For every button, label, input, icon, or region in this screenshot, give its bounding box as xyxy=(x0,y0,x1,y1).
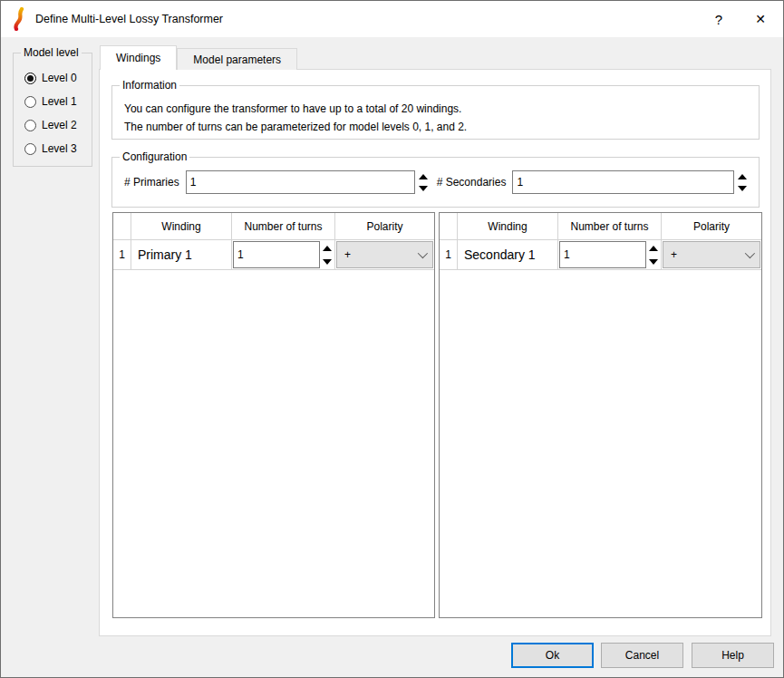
model-level-groupbox: Model level Level 0 Level 1 Level 2 Leve… xyxy=(13,53,92,167)
spin-up-icon[interactable] xyxy=(416,170,431,182)
primaries-spin-arrows xyxy=(416,170,431,194)
table-header-row: Winding Number of turns Polarity xyxy=(440,213,761,240)
table-row: 1 Primary 1 + xyxy=(113,240,434,270)
primaries-spinbox xyxy=(186,170,431,194)
polarity-dropdown[interactable]: + xyxy=(663,241,760,268)
chevron-down-icon xyxy=(745,248,755,258)
row-number: 1 xyxy=(440,240,458,269)
polarity-value: + xyxy=(344,248,418,261)
radio-level-3[interactable]: Level 3 xyxy=(14,137,92,160)
turns-input[interactable] xyxy=(233,241,320,268)
spin-up-icon[interactable] xyxy=(321,241,334,255)
configuration-groupbox: Configuration # Primaries # Secondaries xyxy=(111,157,760,208)
radio-button-icon[interactable] xyxy=(24,96,36,108)
turns-input[interactable] xyxy=(559,241,646,268)
row-number: 1 xyxy=(113,240,131,269)
winding-header: Winding xyxy=(458,213,558,239)
cancel-button[interactable]: Cancel xyxy=(601,643,683,668)
chevron-down-icon xyxy=(418,248,428,258)
app-logo-icon xyxy=(14,7,26,31)
information-text: You can configure the transformer to hav… xyxy=(112,86,759,136)
window-title: Define Multi-Level Lossy Transformer xyxy=(35,13,223,25)
spin-down-icon[interactable] xyxy=(647,255,660,268)
turns-spinbox xyxy=(233,241,334,268)
radio-level-1[interactable]: Level 1 xyxy=(14,90,92,113)
turns-spin-arrows xyxy=(321,241,334,268)
secondaries-spin-arrows xyxy=(735,170,750,194)
winding-header: Winding xyxy=(131,213,232,239)
help-icon[interactable]: ? xyxy=(698,1,740,37)
winding-name-cell[interactable]: Primary 1 xyxy=(131,240,232,269)
primaries-input[interactable] xyxy=(186,170,415,194)
polarity-header: Polarity xyxy=(662,213,761,239)
spin-down-icon[interactable] xyxy=(321,255,334,268)
polarity-dropdown[interactable]: + xyxy=(336,241,433,268)
secondaries-label: # Secondaries xyxy=(437,176,507,189)
polarity-cell: + xyxy=(335,240,434,269)
radio-level-3-label: Level 3 xyxy=(42,142,77,155)
secondary-windings-table: Winding Number of turns Polarity 1 Secon… xyxy=(439,212,762,618)
turns-spinbox xyxy=(559,241,660,268)
configuration-label: Configuration xyxy=(120,150,189,163)
model-level-label: Model level xyxy=(21,46,82,59)
radio-level-0-label: Level 0 xyxy=(42,72,77,84)
primaries-label: # Primaries xyxy=(124,176,179,189)
turns-spin-arrows xyxy=(647,241,660,268)
turns-header: Number of turns xyxy=(558,213,662,239)
information-line-1: You can configure the transformer to hav… xyxy=(124,100,759,118)
tab-bar: Windings Model parameters xyxy=(100,45,297,70)
spin-up-icon[interactable] xyxy=(735,170,750,182)
dialog-define-multi-level-lossy-transformer: Define Multi-Level Lossy Transformer ? ✕… xyxy=(0,0,784,678)
secondaries-input[interactable] xyxy=(512,170,734,194)
radio-level-2-label: Level 2 xyxy=(42,119,77,131)
table-empty-area xyxy=(113,270,434,617)
help-button[interactable]: Help xyxy=(692,643,774,668)
secondaries-spinbox xyxy=(512,170,750,194)
information-groupbox: Information You can configure the transf… xyxy=(111,85,760,140)
information-line-2: The number of turns can be parameterized… xyxy=(124,118,759,136)
spin-down-icon[interactable] xyxy=(416,182,431,194)
spin-up-icon[interactable] xyxy=(647,241,660,255)
radio-level-0[interactable]: Level 0 xyxy=(14,66,92,90)
tab-model-parameters[interactable]: Model parameters xyxy=(177,48,297,70)
turns-cell xyxy=(558,240,662,269)
radio-level-1-label: Level 1 xyxy=(42,95,77,108)
table-empty-area xyxy=(440,270,761,617)
corner-header-cell xyxy=(440,213,458,239)
corner-header-cell xyxy=(113,213,131,239)
spin-down-icon[interactable] xyxy=(735,182,750,194)
primary-windings-table: Winding Number of turns Polarity 1 Prima… xyxy=(112,212,435,618)
model-level-options: Level 0 Level 1 Level 2 Level 3 xyxy=(14,53,92,160)
radio-button-icon[interactable] xyxy=(24,73,36,84)
radio-level-2[interactable]: Level 2 xyxy=(14,113,92,137)
table-row: 1 Secondary 1 + xyxy=(440,240,761,270)
ok-button[interactable]: Ok xyxy=(511,643,594,668)
table-header-row: Winding Number of turns Polarity xyxy=(113,213,434,240)
configuration-row: # Primaries # Secondaries xyxy=(112,158,759,194)
polarity-header: Polarity xyxy=(335,213,434,239)
title-bar: Define Multi-Level Lossy Transformer ? ✕ xyxy=(1,1,783,37)
windings-tab-pane: Information You can configure the transf… xyxy=(99,69,771,636)
radio-button-icon[interactable] xyxy=(24,143,36,155)
turns-cell xyxy=(232,240,335,269)
close-icon[interactable]: ✕ xyxy=(740,1,781,37)
tab-windings[interactable]: Windings xyxy=(100,45,177,70)
polarity-cell: + xyxy=(662,240,761,269)
information-label: Information xyxy=(120,79,179,92)
winding-name-cell[interactable]: Secondary 1 xyxy=(458,240,558,269)
radio-button-icon[interactable] xyxy=(24,120,36,131)
polarity-value: + xyxy=(671,248,745,261)
turns-header: Number of turns xyxy=(232,213,335,239)
